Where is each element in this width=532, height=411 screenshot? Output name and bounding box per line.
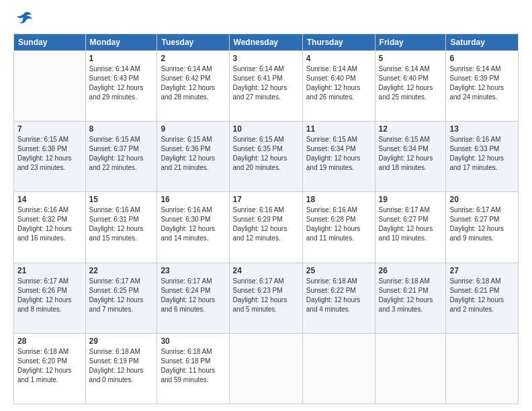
day-info: Sunrise: 6:17 AMSunset: 6:27 PMDaylight:…: [449, 205, 515, 243]
day-number: 10: [233, 124, 299, 134]
calendar-week-row: 7Sunrise: 6:15 AMSunset: 6:38 PMDaylight…: [14, 122, 519, 192]
day-info: Sunrise: 6:17 AMSunset: 6:27 PMDaylight:…: [379, 205, 443, 243]
day-info: Sunrise: 6:15 AMSunset: 6:35 PMDaylight:…: [233, 135, 299, 173]
day-info: Sunrise: 6:15 AMSunset: 6:38 PMDaylight:…: [17, 135, 82, 173]
calendar-day-cell: [302, 333, 375, 404]
day-number: 12: [379, 124, 443, 134]
day-info: Sunrise: 6:17 AMSunset: 6:26 PMDaylight:…: [17, 277, 82, 314]
col-wednesday: Wednesday: [229, 34, 302, 51]
day-info: Sunrise: 6:14 AMSunset: 6:43 PMDaylight:…: [89, 64, 154, 102]
calendar-day-cell: 22Sunrise: 6:17 AMSunset: 6:25 PMDayligh…: [85, 263, 157, 333]
day-number: 1: [89, 54, 154, 63]
day-number: 28: [17, 336, 82, 346]
day-info: Sunrise: 6:18 AMSunset: 6:20 PMDaylight:…: [17, 347, 82, 385]
day-number: 27: [449, 266, 515, 275]
calendar-week-row: 1Sunrise: 6:14 AMSunset: 6:43 PMDaylight…: [14, 51, 519, 122]
day-number: 26: [379, 266, 443, 275]
day-info: Sunrise: 6:16 AMSunset: 6:28 PMDaylight:…: [306, 205, 371, 243]
calendar-day-cell: 3Sunrise: 6:14 AMSunset: 6:41 PMDaylight…: [229, 51, 302, 122]
day-info: Sunrise: 6:16 AMSunset: 6:33 PMDaylight:…: [449, 135, 515, 173]
day-info: Sunrise: 6:18 AMSunset: 6:21 PMDaylight:…: [379, 277, 443, 314]
day-info: Sunrise: 6:16 AMSunset: 6:30 PMDaylight:…: [161, 205, 225, 243]
calendar-day-cell: 9Sunrise: 6:15 AMSunset: 6:36 PMDaylight…: [157, 122, 229, 192]
day-number: 2: [161, 54, 225, 63]
calendar-day-cell: 13Sunrise: 6:16 AMSunset: 6:33 PMDayligh…: [446, 122, 519, 192]
day-info: Sunrise: 6:16 AMSunset: 6:32 PMDaylight:…: [17, 205, 82, 243]
day-info: Sunrise: 6:18 AMSunset: 6:22 PMDaylight:…: [306, 277, 371, 314]
calendar-day-cell: 30Sunrise: 6:18 AMSunset: 6:18 PMDayligh…: [157, 333, 229, 404]
calendar-day-cell: 23Sunrise: 6:17 AMSunset: 6:24 PMDayligh…: [157, 263, 229, 333]
day-info: Sunrise: 6:14 AMSunset: 6:40 PMDaylight:…: [379, 64, 443, 102]
day-number: 9: [161, 124, 225, 134]
calendar-day-cell: 11Sunrise: 6:15 AMSunset: 6:34 PMDayligh…: [302, 122, 375, 192]
day-number: 21: [17, 266, 82, 275]
logo-bird-icon: [15, 11, 33, 27]
day-number: 23: [161, 266, 225, 275]
calendar-day-cell: 1Sunrise: 6:14 AMSunset: 6:43 PMDaylight…: [85, 51, 157, 122]
calendar-week-row: 21Sunrise: 6:17 AMSunset: 6:26 PMDayligh…: [14, 263, 519, 333]
day-number: 20: [449, 195, 515, 204]
calendar-day-cell: [446, 333, 519, 404]
day-number: 6: [449, 54, 515, 63]
day-info: Sunrise: 6:17 AMSunset: 6:25 PMDaylight:…: [89, 277, 154, 314]
day-number: 29: [89, 336, 154, 346]
calendar-day-cell: 20Sunrise: 6:17 AMSunset: 6:27 PMDayligh…: [446, 192, 519, 263]
day-info: Sunrise: 6:18 AMSunset: 6:19 PMDaylight:…: [89, 347, 154, 385]
day-number: 16: [161, 195, 225, 204]
day-number: 4: [306, 54, 371, 63]
calendar-day-cell: [14, 51, 86, 122]
day-info: Sunrise: 6:14 AMSunset: 6:39 PMDaylight:…: [449, 64, 515, 102]
col-sunday: Sunday: [14, 34, 86, 51]
calendar-day-cell: 8Sunrise: 6:15 AMSunset: 6:37 PMDaylight…: [85, 122, 157, 192]
day-info: Sunrise: 6:17 AMSunset: 6:23 PMDaylight:…: [233, 277, 299, 314]
calendar-day-cell: 16Sunrise: 6:16 AMSunset: 6:30 PMDayligh…: [157, 192, 229, 263]
calendar-day-cell: 4Sunrise: 6:14 AMSunset: 6:40 PMDaylight…: [302, 51, 375, 122]
day-info: Sunrise: 6:15 AMSunset: 6:36 PMDaylight:…: [161, 135, 225, 173]
day-number: 18: [306, 195, 371, 204]
calendar-day-cell: 2Sunrise: 6:14 AMSunset: 6:42 PMDaylight…: [157, 51, 229, 122]
calendar-day-cell: [375, 333, 446, 404]
calendar-day-cell: 25Sunrise: 6:18 AMSunset: 6:22 PMDayligh…: [302, 263, 375, 333]
calendar-day-cell: 21Sunrise: 6:17 AMSunset: 6:26 PMDayligh…: [14, 263, 86, 333]
col-tuesday: Tuesday: [157, 34, 229, 51]
calendar-day-cell: 29Sunrise: 6:18 AMSunset: 6:19 PMDayligh…: [85, 333, 157, 404]
day-info: Sunrise: 6:17 AMSunset: 6:24 PMDaylight:…: [161, 277, 225, 314]
calendar-week-row: 14Sunrise: 6:16 AMSunset: 6:32 PMDayligh…: [14, 192, 519, 263]
col-monday: Monday: [85, 34, 157, 51]
day-number: 5: [379, 54, 443, 63]
day-info: Sunrise: 6:16 AMSunset: 6:31 PMDaylight:…: [89, 205, 154, 243]
calendar-day-cell: 28Sunrise: 6:18 AMSunset: 6:20 PMDayligh…: [14, 333, 86, 404]
day-number: 14: [17, 195, 82, 204]
calendar-table: Sunday Monday Tuesday Wednesday Thursday…: [13, 34, 519, 404]
day-info: Sunrise: 6:15 AMSunset: 6:37 PMDaylight:…: [89, 135, 154, 173]
day-info: Sunrise: 6:15 AMSunset: 6:34 PMDaylight:…: [379, 135, 443, 173]
day-number: 11: [306, 124, 371, 134]
day-info: Sunrise: 6:18 AMSunset: 6:18 PMDaylight:…: [161, 347, 225, 385]
calendar-day-cell: [229, 333, 302, 404]
day-number: 17: [233, 195, 299, 204]
header: [13, 11, 519, 27]
calendar-day-cell: 14Sunrise: 6:16 AMSunset: 6:32 PMDayligh…: [14, 192, 86, 263]
day-number: 15: [89, 195, 154, 204]
calendar-day-cell: 18Sunrise: 6:16 AMSunset: 6:28 PMDayligh…: [302, 192, 375, 263]
day-number: 13: [449, 124, 515, 134]
calendar-day-cell: 5Sunrise: 6:14 AMSunset: 6:40 PMDaylight…: [375, 51, 446, 122]
day-number: 25: [306, 266, 371, 275]
day-number: 22: [89, 266, 154, 275]
calendar-day-cell: 26Sunrise: 6:18 AMSunset: 6:21 PMDayligh…: [375, 263, 446, 333]
day-number: 3: [233, 54, 299, 63]
calendar-day-cell: 6Sunrise: 6:14 AMSunset: 6:39 PMDaylight…: [446, 51, 519, 122]
day-info: Sunrise: 6:18 AMSunset: 6:21 PMDaylight:…: [449, 277, 515, 314]
day-info: Sunrise: 6:14 AMSunset: 6:42 PMDaylight:…: [161, 64, 225, 102]
day-number: 19: [379, 195, 443, 204]
col-friday: Friday: [375, 34, 446, 51]
day-number: 8: [89, 124, 154, 134]
calendar-day-cell: 17Sunrise: 6:16 AMSunset: 6:29 PMDayligh…: [229, 192, 302, 263]
day-info: Sunrise: 6:14 AMSunset: 6:41 PMDaylight:…: [233, 64, 299, 102]
calendar-day-cell: 19Sunrise: 6:17 AMSunset: 6:27 PMDayligh…: [375, 192, 446, 263]
day-info: Sunrise: 6:15 AMSunset: 6:34 PMDaylight:…: [306, 135, 371, 173]
day-info: Sunrise: 6:14 AMSunset: 6:40 PMDaylight:…: [306, 64, 371, 102]
calendar-day-cell: 7Sunrise: 6:15 AMSunset: 6:38 PMDaylight…: [14, 122, 86, 192]
calendar-header-row: Sunday Monday Tuesday Wednesday Thursday…: [14, 34, 519, 51]
logo: [13, 11, 33, 27]
